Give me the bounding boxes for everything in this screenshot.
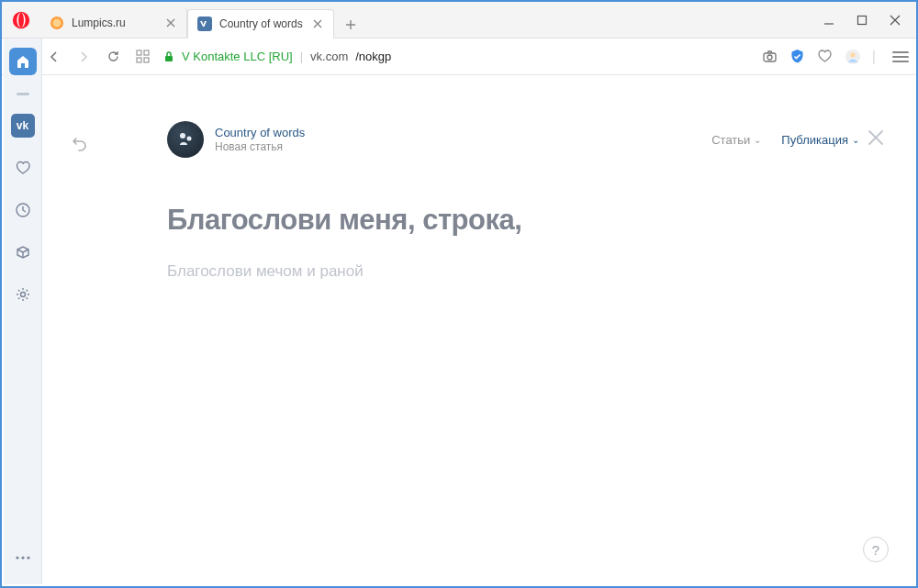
tab-country-of-words[interactable]: Country of words xyxy=(187,9,334,39)
easy-setup-icon[interactable] xyxy=(892,49,909,65)
sidebar-history-icon[interactable] xyxy=(9,196,37,224)
sidebar-settings-icon[interactable] xyxy=(9,281,37,308)
tab-lumpics[interactable]: Lumpics.ru xyxy=(40,8,187,38)
publish-label: Публикация xyxy=(781,133,848,147)
community-info: Country of words Новая статья xyxy=(215,126,305,153)
close-icon[interactable] xyxy=(311,17,324,30)
reload-button[interactable] xyxy=(105,49,121,65)
svg-point-18 xyxy=(20,293,25,297)
new-tab-button[interactable] xyxy=(338,12,364,38)
article-body-input[interactable]: Благослови мечом и раной xyxy=(167,262,823,281)
editor-actions: Статьи ⌄ Публикация ⌄ xyxy=(711,133,859,147)
editor-body[interactable]: Благослови меня, строка, Благослови мечо… xyxy=(167,204,823,281)
close-icon[interactable] xyxy=(164,17,177,29)
separator: | xyxy=(872,49,876,65)
svg-rect-6 xyxy=(858,16,867,24)
snapshot-icon[interactable] xyxy=(762,49,778,65)
svg-point-4 xyxy=(53,19,62,28)
svg-point-19 xyxy=(16,556,18,559)
forward-button[interactable] xyxy=(75,49,92,65)
article-title-input[interactable]: Благослови меня, строка, xyxy=(167,204,823,237)
url-host: vk.com xyxy=(310,50,348,63)
sidebar-vk-icon[interactable]: vk xyxy=(9,112,37,139)
sidebar-extensions-icon[interactable] xyxy=(9,239,37,266)
undo-icon[interactable] xyxy=(68,134,88,154)
svg-rect-12 xyxy=(764,53,776,61)
svg-point-20 xyxy=(21,556,24,559)
svg-point-21 xyxy=(27,556,29,559)
publish-dropdown[interactable]: Публикация ⌄ xyxy=(781,133,859,147)
certificate-label: V Kontakte LLC [RU] xyxy=(182,50,293,63)
back-button[interactable] xyxy=(46,49,62,65)
favicon-icon xyxy=(197,17,212,31)
opera-sidebar: vk xyxy=(4,39,42,584)
help-icon[interactable]: ? xyxy=(863,537,889,562)
svg-rect-9 xyxy=(137,58,141,62)
community-name-link[interactable]: Country of words xyxy=(215,126,305,139)
tab-strip: Lumpics.ru Country of words xyxy=(40,2,821,38)
chevron-down-icon: ⌄ xyxy=(754,135,761,145)
speed-dial-icon[interactable] xyxy=(134,49,151,65)
adblock-icon[interactable] xyxy=(789,49,806,65)
svg-rect-7 xyxy=(137,50,141,55)
tab-title: Country of words xyxy=(219,17,311,30)
window-controls xyxy=(821,12,903,28)
url-path: /nokgp xyxy=(355,50,391,63)
url-field[interactable]: V Kontakte LLC [RU] | vk.com/nokgp xyxy=(163,50,749,63)
tab-title: Lumpics.ru xyxy=(72,17,164,29)
url-separator: | xyxy=(300,50,303,63)
svg-point-2 xyxy=(18,12,24,28)
close-editor-icon[interactable] xyxy=(865,127,887,149)
sidebar-search-icon[interactable] xyxy=(9,90,37,97)
page-content: ? Country of words Новая статья Статьи ⌄… xyxy=(42,75,914,584)
chevron-down-icon: ⌄ xyxy=(852,135,859,145)
titlebar: Lumpics.ru Country of words xyxy=(2,2,916,39)
opera-logo-icon[interactable] xyxy=(11,10,31,30)
editor-header: Country of words Новая статья Статьи ⌄ П… xyxy=(167,121,859,158)
minimize-icon[interactable] xyxy=(821,12,837,28)
sidebar-home-icon[interactable] xyxy=(9,48,37,75)
sidebar-heart-icon[interactable] xyxy=(9,154,37,182)
svg-point-23 xyxy=(187,137,192,141)
svg-point-15 xyxy=(850,52,855,57)
lock-icon xyxy=(163,50,174,63)
profile-icon[interactable] xyxy=(845,49,861,65)
sidebar-more-icon[interactable] xyxy=(9,544,37,571)
favicon-icon xyxy=(50,16,64,30)
svg-rect-16 xyxy=(17,93,29,95)
svg-point-22 xyxy=(180,133,185,139)
svg-rect-8 xyxy=(144,50,149,55)
address-bar: V Kontakte LLC [RU] | vk.com/nokgp | xyxy=(2,39,916,75)
community-avatar[interactable] xyxy=(167,121,204,158)
svg-rect-10 xyxy=(144,58,149,62)
articles-dropdown[interactable]: Статьи ⌄ xyxy=(711,133,761,147)
maximize-icon[interactable] xyxy=(854,12,870,28)
address-actions: | xyxy=(762,49,909,65)
svg-rect-11 xyxy=(165,56,173,61)
editor-subtitle: Новая статья xyxy=(215,140,305,153)
articles-label: Статьи xyxy=(711,133,750,147)
svg-point-13 xyxy=(767,55,772,60)
close-window-icon[interactable] xyxy=(887,12,903,28)
bookmark-heart-icon[interactable] xyxy=(817,49,834,65)
